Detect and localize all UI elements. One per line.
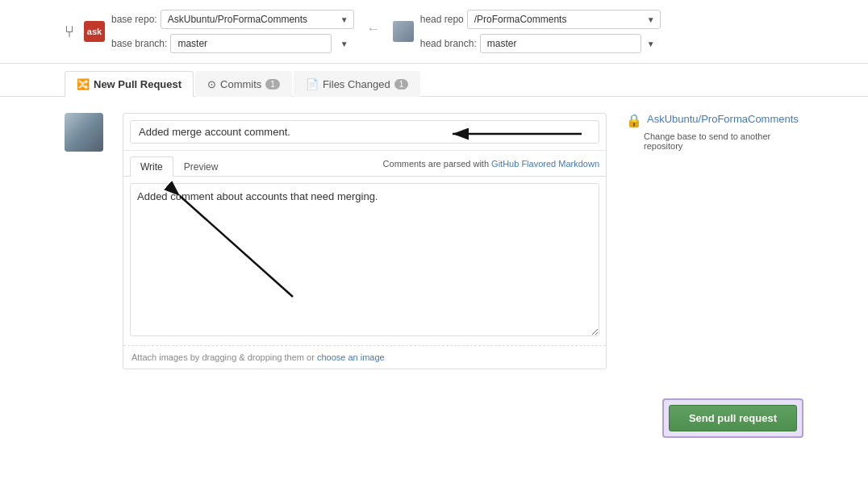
sidebar-repo-link[interactable]: AskUbuntu/ProFormaComments (647, 113, 799, 125)
files-badge: 1 (394, 79, 409, 90)
choose-image-link[interactable]: choose an image (317, 352, 385, 362)
head-repo-label: head repo (420, 14, 464, 25)
pr-body-textarea[interactable]: Added comment about accounts that need m… (130, 183, 599, 336)
commits-icon: ⊙ (207, 78, 216, 90)
base-branch-select-wrapper: base branch: master ▼ (111, 34, 354, 53)
head-avatar (393, 21, 414, 42)
attach-text: Attach images by dragging & dropping the… (131, 352, 315, 362)
pr-form: Write Preview Comments are parsed with G… (123, 113, 607, 369)
preview-tab-label: Preview (184, 161, 219, 173)
markdown-link[interactable]: GitHub Flavored Markdown (491, 159, 599, 169)
user-avatar (65, 113, 103, 152)
base-repo-select[interactable]: AskUbuntu/ProFormaComments (161, 10, 354, 29)
repo-bar: ⑂ ask base repo: AskUbuntu/ProFormaComme… (0, 0, 868, 64)
tab-commits-label: Commits (220, 78, 261, 90)
main-content: Write Preview Comments are parsed with G… (0, 97, 868, 385)
files-icon: 📄 (306, 78, 319, 90)
head-select-group: head repo /ProFormaComments ▼ head branc… (420, 10, 661, 53)
send-btn-wrapper: Send pull request (662, 398, 803, 438)
head-branch-chevron: ▼ (647, 40, 655, 48)
editor-tabs: Write Preview Comments are parsed with G… (123, 151, 606, 177)
write-tab[interactable]: Write (130, 156, 173, 177)
head-repo-select[interactable]: /ProFormaComments (467, 10, 661, 29)
head-repo-select-wrapper: head repo /ProFormaComments ▼ (420, 10, 661, 29)
base-branch-label: base branch: (111, 38, 167, 49)
write-tab-label: Write (140, 161, 163, 173)
markdown-note: Comments are parsed with GitHub Flavored… (383, 159, 599, 173)
sidebar-change-base: Change base to send to another repositor… (644, 131, 803, 151)
tab-new-pr-label: New Pull Request (94, 78, 182, 90)
direction-arrow: ← (361, 22, 386, 36)
git-icon: ⑂ (65, 23, 74, 41)
pr-title-input[interactable] (130, 120, 599, 144)
page-wrapper: ⑂ ask base repo: AskUbuntu/ProFormaComme… (0, 0, 868, 500)
tab-files-label: Files Changed (323, 78, 390, 90)
base-branch-select[interactable]: master (170, 34, 332, 53)
title-row (123, 114, 606, 151)
head-branch-label: head branch: (420, 38, 477, 49)
preview-tab[interactable]: Preview (173, 156, 229, 177)
head-branch-select[interactable]: master (480, 34, 641, 53)
base-select-group: base repo: AskUbuntu/ProFormaComments ▼ … (111, 10, 354, 53)
commits-badge: 1 (265, 79, 280, 90)
head-branch-select-wrapper: head branch: master ▼ (420, 34, 661, 53)
tab-commits[interactable]: ⊙ Commits 1 (195, 71, 292, 97)
tabs-bar: 🔀 New Pull Request ⊙ Commits 1 📄 Files C… (0, 70, 868, 97)
tab-new-pull-request[interactable]: 🔀 New Pull Request (65, 71, 194, 97)
send-row: Send pull request (0, 385, 868, 451)
new-pr-icon: 🔀 (77, 78, 90, 90)
attach-area: Attach images by dragging & dropping the… (123, 345, 606, 369)
sidebar: 🔒 AskUbuntu/ProFormaComments Change base… (626, 113, 803, 151)
send-pull-request-button[interactable]: Send pull request (669, 405, 797, 431)
tab-files-changed[interactable]: 📄 Files Changed 1 (294, 71, 420, 97)
sidebar-repo-icon: 🔒 (626, 113, 642, 128)
base-repo-select-wrapper: base repo: AskUbuntu/ProFormaComments ▼ (111, 10, 354, 29)
editor-body: Added comment about accounts that need m… (123, 177, 606, 345)
base-avatar: ask (84, 21, 105, 42)
base-branch-chevron: ▼ (340, 40, 348, 48)
base-repo-label: base repo: (111, 14, 157, 25)
